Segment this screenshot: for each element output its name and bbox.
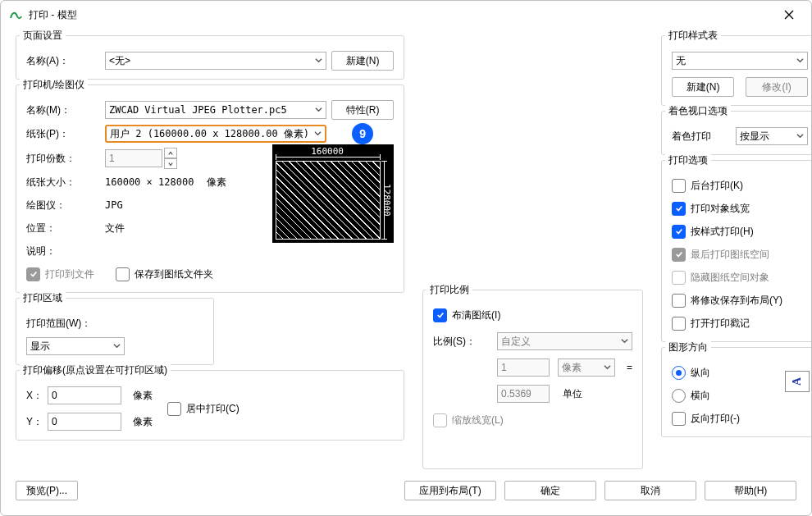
window-title: 打印 - 模型 bbox=[29, 9, 775, 21]
label-printer-name: 名称(M)： bbox=[26, 104, 100, 116]
combo-scale-unit: 像素 bbox=[558, 358, 615, 377]
label-shade: 着色打印 bbox=[672, 130, 731, 142]
step-marker: 9 bbox=[352, 123, 373, 144]
copies-down[interactable] bbox=[164, 158, 177, 169]
group-shade-viewport: 着色视口选项 着色打印 按显示 bbox=[661, 111, 812, 155]
unit-offset-y: 像素 bbox=[133, 416, 153, 427]
label-equals: = bbox=[627, 362, 632, 373]
legend-printer: 打印机/绘图仪 bbox=[20, 79, 88, 90]
button-apply-to-layout[interactable]: 应用到布局(T) bbox=[404, 481, 496, 500]
input-offset-x[interactable]: 0 bbox=[48, 386, 121, 404]
checkbox-background-plot[interactable]: 后台打印(K) bbox=[672, 176, 808, 195]
label-page-name: 名称(A)： bbox=[26, 55, 100, 66]
checkbox-plot-lineweights[interactable]: 打印对象线宽 bbox=[672, 199, 808, 218]
checkbox-save-to-folder[interactable]: 保存到图纸文件夹 bbox=[116, 267, 213, 281]
copies-up[interactable] bbox=[164, 148, 177, 158]
group-page-setup: 页面设置 名称(A)： <无> 新建(N) bbox=[16, 35, 404, 80]
legend-page-setup: 页面设置 bbox=[20, 30, 66, 41]
legend-offset: 打印偏移(原点设置在可打印区域) bbox=[20, 364, 171, 376]
label-units: 单位 bbox=[563, 388, 582, 400]
group-plot-options: 打印选项 后台打印(K) 打印对象线宽 按样式打印(H) 最后打印图纸空间 隐藏… bbox=[661, 160, 812, 342]
label-scope: 打印范围(W)： bbox=[26, 317, 91, 329]
close-button[interactable] bbox=[775, 1, 803, 29]
checkbox-plot-stamp[interactable]: 打开打印戳记 bbox=[672, 313, 808, 333]
combo-ratio: 自定义 bbox=[497, 332, 632, 350]
label-location: 位置： bbox=[26, 222, 100, 234]
legend-print-area: 打印区域 bbox=[20, 292, 66, 304]
label-description: 说明： bbox=[26, 245, 100, 257]
group-print-scale: 打印比例 布满图纸(I) 比例(S)： 自定义 1 像素 bbox=[422, 290, 643, 469]
combo-shade[interactable]: 按显示 bbox=[736, 127, 808, 145]
group-orientation: 图形方向 纵向 横向 反向打印(-) A bbox=[661, 347, 812, 437]
close-icon bbox=[784, 10, 794, 20]
checkbox-last-paperspace: 最后打印图纸空间 bbox=[672, 244, 808, 264]
legend-plot-style: 打印样式表 bbox=[665, 30, 721, 41]
label-papersize: 纸张大小： bbox=[26, 176, 100, 188]
button-cancel[interactable]: 取消 bbox=[604, 481, 696, 500]
checkbox-hide-paperspace: 隐藏图纸空间对象 bbox=[672, 267, 808, 287]
group-plot-style: 打印样式表 无 新建(N) 修改(I) bbox=[661, 35, 812, 106]
input-offset-y[interactable]: 0 bbox=[48, 413, 121, 431]
combo-scope[interactable]: 显示 bbox=[26, 337, 125, 355]
chevron-down-icon bbox=[604, 362, 611, 373]
checkbox-reverse-plot[interactable]: 反向打印(-) bbox=[672, 409, 808, 428]
chevron-down-icon bbox=[796, 130, 804, 142]
spinner-copies[interactable]: 1 bbox=[105, 148, 177, 169]
checkbox-plot-by-style[interactable]: 按样式打印(H) bbox=[672, 221, 808, 241]
button-printer-properties[interactable]: 特性(R) bbox=[331, 100, 394, 120]
group-offset: 打印偏移(原点设置在可打印区域) X： 0 像素 Y： 0 像素 bbox=[16, 370, 404, 441]
combo-paper-size[interactable]: 用户 2 (160000.00 x 128000.00 像素) bbox=[105, 125, 326, 143]
legend-shade: 着色视口选项 bbox=[665, 105, 731, 116]
group-print-area: 打印区域 打印范围(W)： 显示 bbox=[16, 298, 214, 365]
checkbox-print-to-file: 打印到文件 bbox=[26, 267, 94, 281]
label-plotter: 绘图仪： bbox=[26, 199, 100, 211]
checkbox-fit-to-paper[interactable]: 布满图纸(I) bbox=[433, 308, 500, 322]
label-ratio: 比例(S)： bbox=[433, 336, 492, 347]
checkbox-save-to-layout[interactable]: 将修改保存到布局(Y) bbox=[672, 290, 808, 310]
label-offset-x: X： bbox=[26, 390, 43, 401]
input-scale-pixels: 1 bbox=[497, 358, 550, 377]
input-scale-units: 0.5369 bbox=[497, 385, 550, 403]
unit-papersize: 像素 bbox=[207, 176, 226, 188]
legend-print-scale: 打印比例 bbox=[427, 284, 472, 295]
chevron-down-icon bbox=[621, 336, 628, 347]
bottom-bar: 预览(P)... 应用到布局(T) 确定 取消 帮助(H) bbox=[1, 473, 811, 515]
button-style-modify: 修改(I) bbox=[746, 77, 808, 97]
combo-plot-style[interactable]: 无 bbox=[672, 52, 808, 70]
app-icon bbox=[9, 8, 22, 21]
unit-offset-x: 像素 bbox=[133, 390, 153, 401]
group-printer: 打印机/绘图仪 名称(M)： ZWCAD Virtual JPEG Plotte… bbox=[16, 84, 404, 293]
chevron-down-icon bbox=[113, 340, 121, 352]
label-paper: 纸张(P)： bbox=[26, 128, 100, 139]
chevron-down-icon bbox=[315, 104, 322, 116]
button-ok[interactable]: 确定 bbox=[504, 481, 596, 500]
combo-printer-name[interactable]: ZWCAD Virtual JPEG Plotter.pc5 bbox=[105, 101, 326, 119]
paper-preview: 160000 128000 bbox=[272, 144, 394, 243]
value-plotter: JPG bbox=[105, 199, 123, 211]
label-copies: 打印份数： bbox=[26, 153, 100, 164]
checkbox-scale-lineweight: 缩放线宽(L) bbox=[433, 413, 504, 427]
value-papersize: 160000 × 128000 bbox=[105, 176, 194, 188]
combo-page-name[interactable]: <无> bbox=[105, 52, 326, 70]
orientation-icon: A bbox=[785, 371, 810, 392]
input-copies[interactable]: 1 bbox=[105, 149, 162, 167]
chevron-down-icon bbox=[315, 55, 322, 66]
button-style-new[interactable]: 新建(N) bbox=[672, 77, 734, 97]
label-offset-y: Y： bbox=[26, 416, 43, 427]
button-help[interactable]: 帮助(H) bbox=[705, 481, 796, 500]
value-location: 文件 bbox=[105, 222, 125, 234]
chevron-down-icon bbox=[796, 55, 804, 66]
button-preview[interactable]: 预览(P)... bbox=[16, 481, 78, 500]
legend-orientation: 图形方向 bbox=[665, 341, 711, 353]
button-page-new[interactable]: 新建(N) bbox=[331, 51, 394, 71]
title-bar: 打印 - 模型 bbox=[1, 1, 811, 29]
chevron-down-icon bbox=[314, 128, 322, 139]
legend-options: 打印选项 bbox=[665, 154, 711, 166]
checkbox-center-print[interactable]: 居中打印(C) bbox=[167, 402, 239, 416]
